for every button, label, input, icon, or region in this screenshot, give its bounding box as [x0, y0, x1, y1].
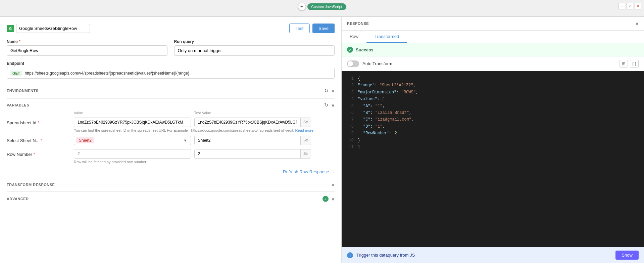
sheet-name-test-wrap: Str [194, 136, 311, 145]
row-number-test-input[interactable] [195, 149, 300, 158]
refresh-raw-button[interactable]: Refresh Raw Response → [283, 169, 335, 174]
sheet-name-value-wrap: Sheet2 ▼ [74, 136, 191, 145]
success-icon: ✓ [347, 47, 353, 53]
tab-raw[interactable]: Raw [342, 31, 366, 43]
json-viewer: 1 { 2 "range": "Sheet2!A2:Z2", 3 "majorD… [342, 71, 644, 247]
auto-transform-row: Auto Transform ⊞ { } [342, 56, 644, 71]
success-bar: ✓ Success [342, 43, 644, 56]
environments-collapse-btn[interactable]: ∧ [331, 88, 335, 93]
spreadsheet-id-test-wrap: Str [194, 118, 311, 127]
variables-title: VARIABLES [7, 103, 29, 107]
trigger-info-icon: i [347, 252, 353, 258]
transform-response-section: TRANSFORM RESPONSE ∨ [7, 178, 335, 191]
spreadsheet-id-test-input[interactable] [195, 118, 300, 127]
line-num-8: 8 [347, 123, 354, 130]
row-number-test-wrap: Str [194, 149, 311, 159]
name-group: Name * [7, 39, 167, 56]
tab-transformed[interactable]: Transformed [366, 31, 407, 43]
variables-collapse-btn[interactable]: ∧ [331, 102, 335, 108]
endpoint-bar: GET https://sheets.googleapis.com/v4/spr… [7, 68, 335, 79]
endpoint-label: Endpoint [7, 61, 335, 66]
form-top-bar: G ') no-repeat right 8px center;cursor:p… [7, 24, 335, 33]
environments-header[interactable]: ENVIRONMENTS ↻ ∧ [7, 88, 335, 94]
sheet-name-test-input[interactable] [195, 136, 300, 145]
json-view-btn[interactable]: { } [630, 60, 639, 68]
line-num-4: 4 [347, 96, 354, 102]
line-num-5: 5 [347, 103, 354, 109]
spreadsheet-id-label: Spreadsheet Id * [7, 118, 70, 125]
variables-refresh-btn[interactable]: ↻ [324, 102, 329, 108]
line-num-11: 11 [347, 144, 354, 150]
window-controls: − ⤢ × [618, 3, 641, 9]
response-header: RESPONSE ∧ [342, 17, 644, 31]
trigger-bar: i Trigger this dataquery from JS Show [342, 247, 644, 263]
row-number-value-input[interactable] [74, 149, 191, 158]
run-query-group: Run query ') no-repeat right 10px center… [174, 39, 335, 56]
advanced-title: ADVANCED [7, 197, 29, 201]
json-line-9: 9 "RowNumber": 2 [347, 130, 639, 137]
row-number-label: Row Number * [7, 149, 70, 157]
row-number-hint: Row will be fetched by provided row numb… [7, 160, 335, 164]
run-query-select[interactable]: ') no-repeat right 10px center;cursor:po… [174, 45, 335, 56]
success-text: Success [356, 47, 374, 52]
spreadsheet-id-value-input[interactable] [74, 118, 191, 127]
advanced-header[interactable]: ADVANCED ✓ ∨ [7, 196, 335, 202]
read-more-link[interactable]: Read more [295, 128, 313, 132]
line-num-10: 10 [347, 137, 354, 144]
row-number-str-badge: Str [300, 149, 311, 158]
advanced-collapse-btn[interactable]: ∨ [331, 196, 335, 202]
minimize-button[interactable]: − [618, 3, 625, 9]
response-collapse-btn[interactable]: ∧ [635, 21, 639, 26]
json-line-8: 8 "D": "1", [347, 123, 639, 130]
variable-row-spreadsheet-id: Spreadsheet Id * Str [7, 118, 335, 127]
table-view-btn[interactable]: ⊞ [620, 60, 628, 68]
restore-button[interactable]: ⤢ [627, 3, 633, 9]
sheet-name-chevron: ▼ [182, 138, 189, 142]
name-input[interactable] [7, 45, 167, 56]
json-line-5: 5 "A": "1", [347, 103, 639, 109]
line-num-6: 6 [347, 109, 354, 116]
line-num-9: 9 [347, 130, 354, 137]
refresh-raw-row: Refresh Raw Response → [7, 169, 335, 174]
transform-response-collapse-btn[interactable]: ∨ [331, 182, 335, 187]
js-badge[interactable]: Custom JavaScript [307, 3, 346, 10]
google-sheets-icon: G [7, 25, 14, 32]
spreadsheet-id-hint: You can find the spreadsheet ID in the s… [7, 128, 335, 132]
show-button[interactable]: Show [615, 251, 639, 260]
sheet-name-input[interactable] [94, 137, 182, 143]
advanced-section: ADVANCED ✓ ∨ [7, 191, 335, 206]
right-panel: RESPONSE ∧ Raw Transformed ✓ Success Aut… [342, 17, 644, 263]
value-col-header: Value [74, 111, 191, 115]
canvas-add-button[interactable]: + [298, 3, 306, 11]
variables-header[interactable]: VARIABLES ↻ ∧ [7, 102, 335, 108]
transform-response-title: TRANSFORM RESPONSE [7, 183, 55, 187]
json-line-3: 3 "majorDimension": "ROWS", [347, 89, 639, 96]
save-button[interactable]: Save [312, 24, 335, 33]
view-icons: ⊞ { } [620, 60, 639, 68]
test-button[interactable]: Test [289, 24, 310, 33]
name-label: Name * [7, 39, 167, 44]
left-panel: G ') no-repeat right 8px center;cursor:p… [0, 17, 342, 263]
plus-icon: + [300, 4, 303, 10]
sheet-name-label: Select Sheet N... * [7, 138, 70, 143]
test-value-col-header: Test Value [194, 111, 311, 115]
line-num-1: 1 [347, 75, 354, 82]
run-query-label: Run query [174, 39, 335, 44]
get-badge: GET [10, 71, 22, 76]
auto-transform-label: Auto Transform [362, 61, 392, 66]
json-line-2: 2 "range": "Sheet2!A2:Z2", [347, 82, 639, 89]
transform-response-header[interactable]: TRANSFORM RESPONSE ∨ [7, 182, 335, 187]
endpoint-section: Endpoint GET https://sheets.googleapis.c… [7, 61, 335, 79]
row-number-value-wrap [74, 149, 191, 159]
close-button[interactable]: × [635, 3, 641, 9]
spreadsheet-id-str-badge: Str [300, 118, 311, 127]
environments-refresh-btn[interactable]: ↻ [324, 88, 329, 94]
auto-transform-toggle[interactable] [347, 60, 359, 67]
json-line-10: 10 } [347, 137, 639, 144]
datasource-select[interactable]: ') no-repeat right 8px center;cursor:poi… [16, 24, 90, 33]
response-title: RESPONSE [347, 21, 369, 26]
sheet-name-str-badge: Str [300, 136, 311, 145]
name-run-row: Name * Run query ') no-repeat right 10px… [7, 39, 335, 56]
response-tabs: Raw Transformed [342, 31, 644, 43]
json-line-4: 4 "values": { [347, 96, 639, 102]
